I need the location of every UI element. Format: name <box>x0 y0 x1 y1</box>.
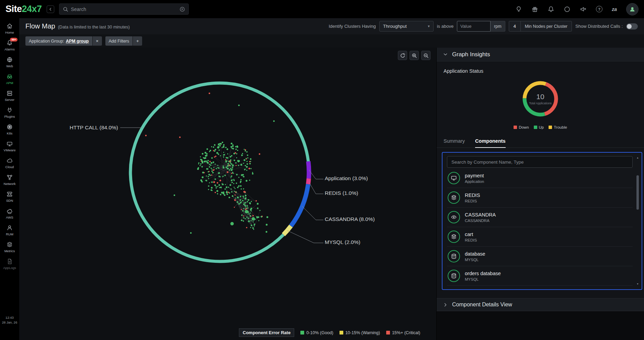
site24x7-logo[interactable]: Site24x7 <box>5 4 42 14</box>
gift-icon[interactable] <box>531 6 538 13</box>
collapse-arrow-icon <box>48 7 53 11</box>
map-controls <box>398 51 430 60</box>
rum-user-icon <box>7 225 13 231</box>
sidebar-item-sdn[interactable]: SDN <box>0 188 19 205</box>
svg-text:SQL: SQL <box>452 275 456 277</box>
tab-summary[interactable]: Summary <box>444 138 465 148</box>
min-nodes-input[interactable]: 4 <box>509 21 521 31</box>
threshold-group: rpm <box>457 21 505 32</box>
sidebar-item-home[interactable]: Home <box>0 20 19 37</box>
graph-insights-header[interactable]: Graph Insights <box>437 48 644 61</box>
sidebar-item-alarms[interactable]: 99+ Alarms <box>0 37 19 54</box>
add-filters-button[interactable]: Add Filters <box>105 36 133 46</box>
flow-map-canvas[interactable]: HTTP CALL (84.0%)Application (3.0%)REDIS… <box>19 48 436 340</box>
error-rate-legend: Component Error Rate 0-10% (Good) 10-15%… <box>239 328 420 337</box>
component-details-title: Component Details View <box>452 302 512 308</box>
filter-bar: Application Group: APM group × Add Filte… <box>19 34 644 48</box>
cloud-icon <box>7 157 13 164</box>
scroll-down-icon[interactable]: ▼ <box>636 282 639 286</box>
add-filters-chip: Add Filters + <box>105 36 142 46</box>
legend-item-up: Up <box>534 125 544 129</box>
min-nodes-label: Min Nodes per Cluster <box>521 21 572 31</box>
group-filter-label: Application Group: <box>29 39 64 44</box>
sidebar-item-web[interactable]: Web <box>0 54 19 71</box>
clear-search-icon[interactable] <box>180 7 185 12</box>
cassandra-eye-icon <box>448 211 460 223</box>
refresh-button[interactable] <box>398 51 407 60</box>
component-row-database[interactable]: SQL databaseMYSQL <box>447 247 633 266</box>
sidebar-item-plugins[interactable]: Plugins <box>0 104 19 121</box>
good-swatch <box>300 331 304 335</box>
sidebar-item-metrics[interactable]: Metrics <box>0 239 19 256</box>
mysql-database-icon: SQL <box>448 270 460 282</box>
components-scrollbar[interactable]: ▲ ▼ <box>636 156 640 286</box>
graph-insights-panel: Graph Insights Application Status 10 Tot… <box>436 48 644 340</box>
scrollbar-thumb[interactable] <box>636 175 639 210</box>
user-avatar[interactable] <box>626 3 639 15</box>
metrics-layers-icon <box>7 242 13 248</box>
remove-filter-button[interactable]: × <box>93 36 102 46</box>
sidebar-collapse-button[interactable] <box>47 5 54 13</box>
error-rate-legend-title: Component Error Rate <box>239 328 294 337</box>
component-search-input[interactable] <box>447 156 633 168</box>
component-row-cassandra[interactable]: CASSANDRACASSANDRA <box>447 208 633 227</box>
globe-icon <box>7 57 13 63</box>
sidebar-item-vmware[interactable]: VMware <box>0 138 19 155</box>
application-group-filter[interactable]: Application Group: APM group <box>25 36 92 46</box>
notifications-bell-icon[interactable] <box>548 6 554 13</box>
aws-cloud-icon <box>7 208 13 214</box>
sidebar-item-cloud[interactable]: Cloud <box>0 155 19 172</box>
zoom-in-button[interactable] <box>410 51 419 60</box>
cluster-controls: Identify Clusters Having Throughput ▾ is… <box>329 21 638 32</box>
chevron-down-icon <box>443 52 448 57</box>
component-row-redis[interactable]: REDISREDIS <box>447 188 633 208</box>
plus-icon-button[interactable]: + <box>133 36 142 46</box>
component-row-payment[interactable]: paymentApplication <box>447 168 633 188</box>
warning-swatch <box>340 331 343 335</box>
sidebar-item-applogs[interactable]: AppLogs <box>0 256 19 272</box>
zoom-out-button[interactable] <box>421 51 430 60</box>
bulb-icon[interactable] <box>515 6 522 13</box>
component-details-header[interactable]: Component Details View <box>437 298 644 311</box>
redis-stack-icon <box>448 191 460 204</box>
critical-swatch <box>386 331 390 335</box>
zoom-in-icon <box>412 53 417 58</box>
global-search[interactable] <box>59 3 189 15</box>
metric-dropdown[interactable]: Throughput ▾ <box>379 21 434 32</box>
sidebar-item-aws[interactable]: AWS <box>0 205 19 222</box>
sidebar-clock: 12:43 28 Jan, 26 <box>2 315 17 325</box>
announcements-muted-icon[interactable] <box>580 6 587 13</box>
tab-components[interactable]: Components <box>475 138 506 148</box>
status-circle-icon[interactable] <box>564 6 571 13</box>
legend-item-trouble: Trouble <box>549 125 567 129</box>
legend-item-critical: 15%+ (Critical) <box>386 330 420 335</box>
help-icon[interactable]: ? <box>596 6 602 12</box>
distributed-calls-toggle[interactable] <box>626 23 638 30</box>
flow-map-chart <box>19 48 436 340</box>
insights-tabs: Summary Components <box>437 138 644 148</box>
sidebar-item-apm[interactable]: APM <box>0 71 19 87</box>
close-icon: × <box>96 38 99 44</box>
sidebar-item-server[interactable]: Server <box>0 87 19 104</box>
graph-insights-title: Graph Insights <box>452 51 490 58</box>
component-row-orders-database[interactable]: SQL orders databaseMYSQL <box>447 266 633 286</box>
page-title: Flow Map <box>25 22 55 30</box>
toggle-knob <box>627 24 632 29</box>
sidebar-item-k8s[interactable]: K8s <box>0 121 19 138</box>
zoho-apps-icon[interactable]: za <box>612 7 617 12</box>
global-search-input[interactable] <box>71 7 177 12</box>
group-filter-value[interactable]: APM group <box>66 39 89 44</box>
scroll-up-icon[interactable]: ▲ <box>636 156 639 160</box>
up-swatch <box>534 126 537 129</box>
sidebar-item-network[interactable]: Network <box>0 172 19 188</box>
application-status-title: Application Status <box>444 68 644 74</box>
distributed-calls-label: Show Distributed Calls : <box>575 24 623 29</box>
legend-item-warning: 10-15% (Warning) <box>340 330 380 335</box>
sidebar-item-rum[interactable]: RUM <box>0 222 19 239</box>
component-row-cart[interactable]: cartREDIS <box>447 227 633 247</box>
application-icon <box>448 172 460 184</box>
threshold-value-input[interactable] <box>457 21 491 32</box>
apm-binoculars-icon <box>7 73 13 80</box>
clock-time: 12:43 <box>2 315 17 320</box>
alarm-count-badge: 99+ <box>10 38 18 42</box>
